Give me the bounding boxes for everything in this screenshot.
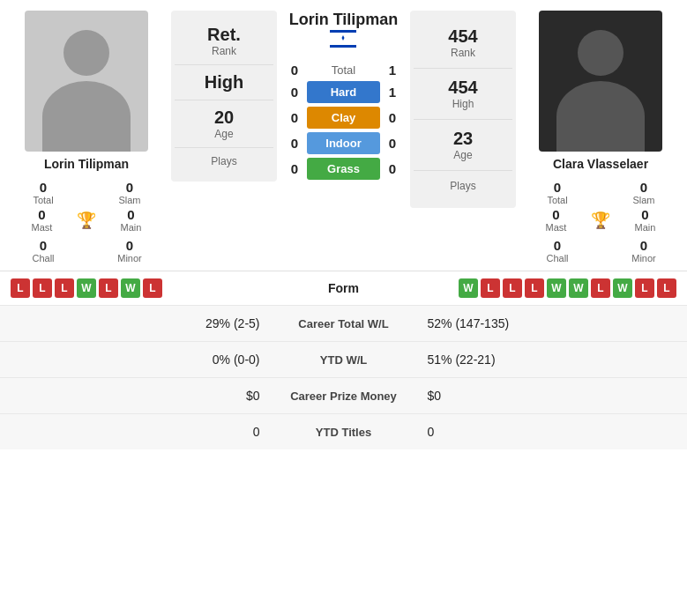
form-section: LLLWLWL Form WLLLWWLWLL (0, 271, 687, 305)
p2-high-value: 454 (448, 78, 477, 98)
stats-p2-value: $0 (410, 389, 674, 403)
stats-table: 29% (2-5) Career Total W/L 52% (147-135)… (0, 305, 687, 449)
form-badge: W (77, 278, 96, 298)
form-badge: L (591, 278, 610, 298)
stats-row-label: Career Prize Money (278, 390, 410, 403)
player1-flag (330, 30, 356, 52)
stats-row-label: YTD W/L (278, 353, 410, 367)
grass-row: 0 Grass 0 (282, 158, 405, 180)
form-badge: L (657, 278, 676, 298)
player1-avatar (25, 11, 148, 152)
trophy-icon-left: 🏆 (77, 211, 96, 230)
player2-chall-label: Chall (546, 253, 568, 263)
center-column: Lorin Tilipman (282, 11, 405, 180)
p1-high-block: High (175, 65, 273, 100)
player1-total-value: 0 (40, 180, 47, 195)
form-badge: L (143, 278, 162, 298)
clay-badge: Clay (307, 107, 380, 129)
player2-total-label: Total (547, 195, 567, 205)
stats-p1-value: 0% (0-0) (14, 353, 278, 367)
p2-total-surf: 1 (380, 63, 405, 78)
total-row: 0 Total 1 (282, 63, 405, 78)
p1-rank-block: Ret. Rank (175, 18, 273, 65)
avatar-head (63, 30, 109, 76)
p2-high-block: 454 High (414, 69, 512, 120)
player1-card: Lorin Tilipman 0 Total 0 Slam 0 Mast 🏆 (7, 11, 166, 263)
player1-form: LLLWLWL (11, 278, 291, 298)
player2-chall-cell: 0 Chall (521, 238, 594, 263)
player2-card: Clara Vlasselaer 0 Total 0 Slam 0 Mast 🏆 (521, 11, 680, 263)
grass-badge: Grass (307, 158, 380, 180)
player1-chall-cell: 0 Chall (7, 238, 79, 263)
players-row: Lorin Tilipman 0 Total 0 Slam 0 Mast 🏆 (0, 0, 687, 271)
player1-slam-label: Slam (118, 195, 140, 205)
main-container: Lorin Tilipman 0 Total 0 Slam 0 Mast 🏆 (0, 0, 687, 449)
player1-stats: 0 Total 0 Slam (7, 180, 166, 205)
player1-mast-cell: 0 Mast (7, 207, 77, 233)
player1-center-header: Lorin Tilipman (289, 11, 399, 56)
stats-row-label: YTD Titles (278, 426, 410, 439)
stats-table-row: 0% (0-0) YTD W/L 51% (22-21) (0, 341, 687, 377)
form-badge: W (569, 278, 588, 298)
p2-clay: 0 (380, 110, 405, 125)
player2-form: WLLLWWLWLL (397, 278, 677, 298)
stats-p1-value: 29% (2-5) (14, 316, 278, 330)
p2-rank-block: 454 Rank (414, 18, 512, 69)
player1-mast-label: Mast (32, 222, 53, 233)
stats-table-row: 0 YTD Titles 0 (0, 413, 687, 449)
player2-minor-value: 0 (640, 238, 647, 253)
avatar2-body (556, 81, 645, 152)
form-badge: L (33, 278, 52, 298)
form-badge: L (11, 278, 30, 298)
svg-rect-5 (330, 45, 356, 48)
p1-plays-block: Plays (175, 148, 273, 174)
player2-main-cell: 0 Main (610, 207, 680, 233)
player1-center-name: Lorin Tilipman (289, 11, 399, 30)
player1-name: Lorin Tilipman (44, 157, 129, 171)
player1-minor-value: 0 (126, 238, 133, 253)
p1-high-value: High (205, 72, 243, 93)
total-label: Total (307, 63, 380, 77)
p2-rank-value: 454 (448, 26, 477, 47)
indoor-badge: Indoor (307, 132, 380, 154)
player1-main-label: Main (121, 222, 142, 233)
player1-middle-stats: Ret. Rank High 20 Age Plays (171, 11, 277, 182)
stats-p2-value: 51% (22-21) (410, 353, 674, 367)
svg-rect-4 (330, 41, 356, 43)
form-badge: W (121, 278, 140, 298)
player1-main-cell: 0 Main (96, 207, 166, 233)
player1-trophy-row: 0 Mast 🏆 0 Main (7, 207, 166, 233)
player1-total-label: Total (33, 195, 53, 205)
player2-middle-stats: 454 Rank 454 High 23 Age Plays (410, 11, 516, 208)
player2-mast-value: 0 (552, 207, 559, 222)
player2-mast-label: Mast (546, 222, 567, 233)
player2-stats: 0 Total 0 Slam (521, 180, 680, 205)
p1-age-label: Age (214, 128, 233, 140)
p2-hard: 1 (380, 85, 405, 100)
player1-mast-value: 0 (38, 207, 45, 222)
stats-p2-value: 0 (410, 425, 674, 439)
trophy-icon-right: 🏆 (591, 211, 610, 230)
player1-minor-cell: 0 Minor (93, 238, 166, 263)
form-badge: L (55, 278, 74, 298)
form-badge: W (459, 278, 478, 298)
p1-rank-label: Rank (212, 45, 236, 57)
player1-total-cell: 0 Total (7, 180, 79, 205)
p1-plays-label: Plays (211, 155, 236, 167)
p2-age-block: 23 Age (414, 120, 512, 171)
stats-p1-value: 0 (14, 425, 278, 439)
player2-trophy-row: 0 Mast 🏆 0 Main (521, 207, 680, 233)
stats-p2-value: 52% (147-135) (410, 316, 674, 330)
hard-row: 0 Hard 1 (282, 81, 405, 103)
form-badge: L (635, 278, 654, 298)
player2-main-label: Main (635, 222, 656, 233)
avatar2-head (578, 30, 624, 76)
stats-table-row: $0 Career Prize Money $0 (0, 377, 687, 413)
svg-rect-1 (330, 30, 356, 33)
form-badge: W (613, 278, 632, 298)
p2-age-value: 23 (453, 129, 473, 149)
form-badge: L (99, 278, 118, 298)
p1-indoor: 0 (282, 136, 307, 151)
indoor-row: 0 Indoor 0 (282, 132, 405, 154)
player1-chall-label: Chall (32, 253, 54, 263)
